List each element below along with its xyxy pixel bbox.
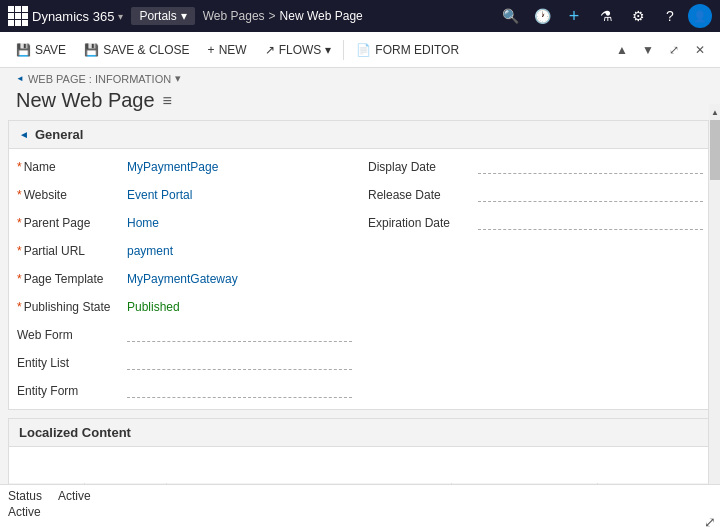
page-menu-icon[interactable]: ≡ <box>163 92 172 110</box>
website-value[interactable]: Event Portal <box>127 188 352 202</box>
help-button[interactable]: ? <box>656 2 684 30</box>
status-label: Status <box>8 489 42 503</box>
flows-button[interactable]: ↗ FLOWS ▾ <box>257 36 340 64</box>
field-entity-form: Entity Form <box>17 377 352 405</box>
toolbar: 💾 SAVE 💾 SAVE & CLOSE + NEW ↗ FLOWS ▾ 📄 … <box>0 32 720 68</box>
filter-button[interactable]: ⚗ <box>592 2 620 30</box>
save-label: SAVE <box>35 43 66 57</box>
entity-form-label: Entity Form <box>17 384 127 398</box>
scrollbar-thumb[interactable] <box>710 120 720 180</box>
general-section-header[interactable]: ◄ General <box>9 121 711 149</box>
form-left-col: Name MyPaymentPage Website Event Portal … <box>9 153 360 405</box>
flows-icon: ↗ <box>265 43 275 57</box>
search-button[interactable]: 🔍 <box>496 2 524 30</box>
field-web-form: Web Form <box>17 321 352 349</box>
publishing-state-value[interactable]: Published <box>127 300 352 314</box>
field-name: Name MyPaymentPage <box>17 153 352 181</box>
app-chevron: ▾ <box>118 11 123 22</box>
active-label: Active <box>8 505 41 519</box>
field-publishing-state: Publishing State Published <box>17 293 352 321</box>
main-content: ◄ General Name MyPaymentPage Website Eve… <box>0 120 720 504</box>
page-title-row: New Web Page ≡ <box>16 89 704 120</box>
web-form-value[interactable] <box>127 328 352 342</box>
scroll-up-arrow[interactable]: ▲ <box>610 38 634 62</box>
field-entity-list: Entity List <box>17 349 352 377</box>
status-row-2: Active <box>8 505 712 519</box>
entity-form-value[interactable] <box>127 384 352 398</box>
toolbar-separator <box>343 40 344 60</box>
save-button[interactable]: 💾 SAVE <box>8 36 74 64</box>
field-parent-page: Parent Page Home <box>17 209 352 237</box>
partial-url-label: Partial URL <box>17 244 127 258</box>
web-form-label: Web Form <box>17 328 127 342</box>
publishing-state-label: Publishing State <box>17 300 127 314</box>
localized-section-title: Localized Content <box>19 425 131 440</box>
app-title: Dynamics 365 <box>32 9 114 24</box>
expand-arrow[interactable]: ⤢ <box>662 38 686 62</box>
history-button[interactable]: 🕐 <box>528 2 556 30</box>
breadcrumb: Web Pages > New Web Page <box>203 9 496 23</box>
field-website: Website Event Portal <box>17 181 352 209</box>
field-page-template: Page Template MyPaymentGateway <box>17 265 352 293</box>
name-value[interactable]: MyPaymentPage <box>127 160 352 174</box>
entity-list-value[interactable] <box>127 356 352 370</box>
page-type-label: WEB PAGE : INFORMATION <box>28 73 171 85</box>
save-close-button[interactable]: 💾 SAVE & CLOSE <box>76 36 197 64</box>
scroll-down-arrow[interactable]: ▼ <box>636 38 660 62</box>
page-header-section: ◄ WEB PAGE : INFORMATION ▾ New Web Page … <box>0 68 720 120</box>
flows-chevron: ▾ <box>325 43 331 57</box>
expiration-date-value[interactable] <box>478 216 703 230</box>
breadcrumb-current: New Web Page <box>280 9 363 23</box>
parent-page-value[interactable]: Home <box>127 216 352 230</box>
localized-section-header[interactable]: Localized Content <box>9 419 711 447</box>
form-editor-button[interactable]: 📄 FORM EDITOR <box>348 36 467 64</box>
form-grid: Name MyPaymentPage Website Event Portal … <box>9 149 711 409</box>
field-display-date: Display Date <box>368 153 703 181</box>
collapse-icon: ◄ <box>19 129 29 140</box>
new-label: NEW <box>219 43 247 57</box>
grid-icon <box>8 6 28 26</box>
field-expiration-date: Expiration Date <box>368 209 703 237</box>
page-type-row: ◄ WEB PAGE : INFORMATION ▾ <box>16 72 704 85</box>
release-date-value[interactable] <box>478 188 703 202</box>
status-bar: Status Active Active ⤢ <box>0 484 720 532</box>
app-logo <box>8 6 28 26</box>
form-editor-label: FORM EDITOR <box>375 43 459 57</box>
page-title: New Web Page <box>16 89 155 112</box>
display-date-label: Display Date <box>368 160 478 174</box>
field-release-date: Release Date <box>368 181 703 209</box>
save-close-icon: 💾 <box>84 43 99 57</box>
partial-url-value[interactable]: payment <box>127 244 352 258</box>
status-value: Active <box>58 489 91 503</box>
avatar[interactable]: 👤 <box>688 4 712 28</box>
flows-label: FLOWS <box>279 43 322 57</box>
breadcrumb-parent[interactable]: Web Pages <box>203 9 265 23</box>
save-close-label: SAVE & CLOSE <box>103 43 189 57</box>
add-button[interactable]: + <box>560 2 588 30</box>
nav-icon-group: 🔍 🕐 + ⚗ ⚙ ? 👤 <box>496 2 712 30</box>
status-expand-icon[interactable]: ⤢ <box>704 514 716 530</box>
form-editor-icon: 📄 <box>356 43 371 57</box>
new-icon: + <box>208 43 215 57</box>
close-arrow[interactable]: ✕ <box>688 38 712 62</box>
entity-list-label: Entity List <box>17 356 127 370</box>
form-right-col: Display Date Release Date Expiration Dat… <box>360 153 711 405</box>
status-row-1: Status Active <box>8 489 712 503</box>
portals-chevron: ▾ <box>181 9 187 23</box>
general-section: ◄ General Name MyPaymentPage Website Eve… <box>8 120 712 410</box>
settings-button[interactable]: ⚙ <box>624 2 652 30</box>
localized-content-area <box>9 447 711 483</box>
new-button[interactable]: + NEW <box>200 36 255 64</box>
name-label: Name <box>17 160 127 174</box>
right-scrollbar[interactable]: ▲ ▼ <box>708 120 720 508</box>
parent-page-label: Parent Page <box>17 216 127 230</box>
portals-label: Portals <box>139 9 176 23</box>
save-icon: 💾 <box>16 43 31 57</box>
scroll-up[interactable]: ▲ <box>709 104 720 120</box>
portals-menu[interactable]: Portals ▾ <box>131 7 194 25</box>
display-date-value[interactable] <box>478 160 703 174</box>
breadcrumb-sep: > <box>269 9 276 23</box>
page-template-value[interactable]: MyPaymentGateway <box>127 272 352 286</box>
type-chevron: ▾ <box>175 72 181 85</box>
toolbar-right: ▲ ▼ ⤢ ✕ <box>610 38 712 62</box>
